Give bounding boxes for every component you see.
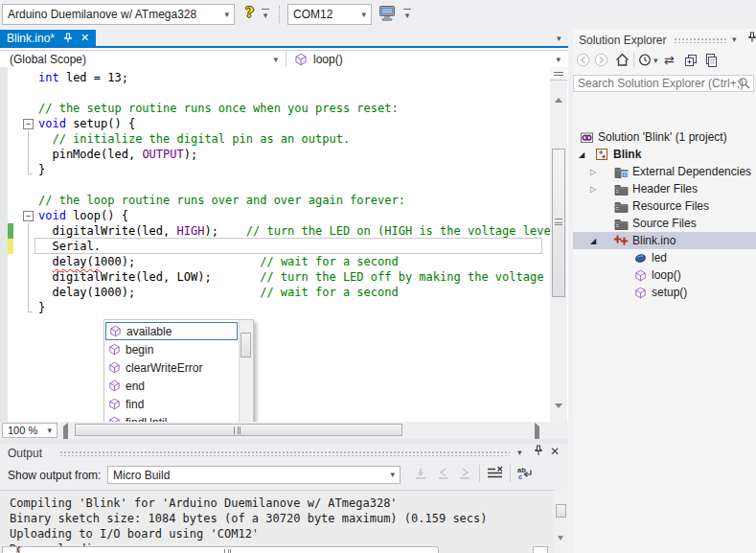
drag-grip[interactable] [59,450,510,456]
navigation-bar: (Global Scope) ▾ loop() ▾ [0,50,568,69]
scroll-right-icon[interactable] [535,426,539,440]
pending-changes-filter-icon[interactable] [638,53,653,67]
fold-guide-line [28,239,29,254]
h-scrollbar-thumb[interactable] [19,546,439,553]
scroll-up-icon[interactable] [555,84,562,98]
show-all-files-icon[interactable] [704,53,719,68]
folder-icon [613,198,629,214]
pin-icon[interactable] [63,33,73,43]
tree-item-loop-[interactable]: loop() [573,266,756,284]
com-port-select[interactable]: COM12 ▾ [287,4,372,25]
zoom-select[interactable]: 100 % ▾ [2,423,57,438]
tree-item-resource-files[interactable]: Resource Files [573,197,756,215]
method-icon [108,343,121,356]
collapse-all-icon[interactable] [683,53,699,68]
scroll-left-icon[interactable] [63,426,68,440]
tree-item-label: loop() [652,268,681,282]
collapse-region-icon[interactable]: − [23,211,34,221]
tree-item-label: Source Files [632,217,697,230]
window-position-icon[interactable]: ▾ [732,35,737,44]
toolbar-separator [279,6,280,23]
fold-guide-line [28,131,29,147]
code-line: } [38,300,45,315]
tree-item-label: Blink.ino [632,234,676,247]
splitter-handle[interactable] [550,67,567,81]
tree-item-external-dependencies[interactable]: ▷External Dependencies [573,163,756,180]
scrollbar-thumb[interactable] [556,504,566,518]
completion-item-find[interactable]: find [105,395,238,413]
collapse-icon[interactable]: ◢ [588,237,598,245]
completion-item-findUntil[interactable]: findUntil [105,413,238,422]
tab-strip: Blink.ino* ✕ ▾ [0,29,568,48]
toolbar-overflow-icon[interactable]: ▾ [261,9,270,20]
scroll-left-icon[interactable] [2,546,17,553]
scrollbar-thumb[interactable] [552,149,565,297]
tab-title: Blink.ino* [7,32,55,45]
scroll-down-icon[interactable] [558,541,563,553]
collapse-icon[interactable]: ◢ [577,150,586,159]
pin-icon[interactable] [747,32,756,46]
panel-splitter[interactable] [0,439,568,444]
board-select-value: Arduino Duemilanove w/ ATmega328 [8,8,224,21]
fold-guide-line [28,285,29,300]
clear-all-icon[interactable] [487,466,503,480]
active-tab-underline [0,46,568,48]
close-icon[interactable]: ✕ [80,32,89,44]
output-source-select[interactable]: Micro Build ▾ [107,466,401,484]
board-select[interactable]: Arduino Duemilanove w/ ATmega328 ▾ [2,4,235,25]
fold-guide-line [28,254,29,269]
output-title: Output [8,447,42,460]
search-input[interactable] [573,75,754,92]
word-wrap-icon[interactable]: abc [517,466,534,480]
completion-label: available [126,325,172,338]
chevron-down-icon[interactable]: ▾ [653,57,658,65]
fold-guide-line [28,311,33,312]
show-output-from-label: Show output from: [8,469,101,482]
tree-item-blink-ino[interactable]: ◢Blink.ino [573,232,756,249]
h-scrollbar-thumb[interactable] [75,424,402,436]
completion-item-begin[interactable]: begin [105,340,238,358]
code-area[interactable]: int led = 13;// the setup routine runs o… [0,67,550,422]
tree-item-setup-[interactable]: setup() [573,284,756,301]
glyph-margin [0,67,8,422]
help-icon[interactable]: ? [245,4,254,21]
tab-blink-ino[interactable]: Blink.ino* ✕ [0,30,96,46]
drag-grip[interactable] [674,37,726,43]
editor-vertical-scrollbar[interactable] [550,67,567,422]
scroll-down-icon[interactable] [555,408,562,422]
completion-item-end[interactable]: end [105,377,238,395]
chevron-down-icon: ▾ [224,11,229,19]
svg-text:c: c [518,472,522,480]
method-icon [108,361,121,374]
ide-window: Arduino Duemilanove w/ ATmega328 ▾ ? ▾ C… [0,0,756,553]
completion-item-clearWriteError[interactable]: clearWriteError [105,358,238,377]
expand-icon[interactable]: ▷ [588,185,598,194]
sync-active-document-icon[interactable]: ⇄ [664,53,675,67]
collapse-region-icon[interactable]: − [23,119,34,129]
scope-dropdown[interactable]: (Global Scope) ▾ [0,51,286,68]
tree-item-blink[interactable]: ◢Blink [573,146,756,163]
popup-scrollbar[interactable] [239,320,253,422]
expand-icon[interactable]: ▷ [588,168,598,176]
pin-icon[interactable] [534,445,543,459]
tree-item-solution-blink-1-project-[interactable]: Solution 'Blink' (1 project) [573,128,756,146]
fold-guide-line [28,162,29,173]
output-vertical-scrollbar[interactable] [554,491,568,553]
document-list-dropdown-icon[interactable]: ▾ [557,35,561,43]
toolbar-overflow-icon[interactable]: ▾ [402,9,412,20]
completion-item-available[interactable]: available [105,322,238,340]
member-dropdown[interactable]: loop() ▾ [286,51,568,68]
scroll-right-icon[interactable] [533,546,548,553]
serial-monitor-icon[interactable] [378,5,398,22]
solution-tree: Solution 'Blink' (1 project)◢Blink▷Exter… [573,96,756,553]
close-icon[interactable]: ✕ [550,445,560,458]
window-position-icon[interactable]: ▾ [517,449,522,457]
scrollbar-thumb[interactable] [241,333,251,357]
tree-item-led[interactable]: led [573,249,756,266]
tree-item-header-files[interactable]: ▷Header Files [573,180,756,197]
tree-item-source-files[interactable]: Source Files [573,215,756,232]
home-icon[interactable] [615,53,630,67]
output-log[interactable]: Compiling 'Blink' for 'Arduino Duemilano… [0,490,554,553]
search-icon[interactable] [738,77,751,93]
output-line: Uploading to I/O board using 'COM12' [10,526,259,541]
